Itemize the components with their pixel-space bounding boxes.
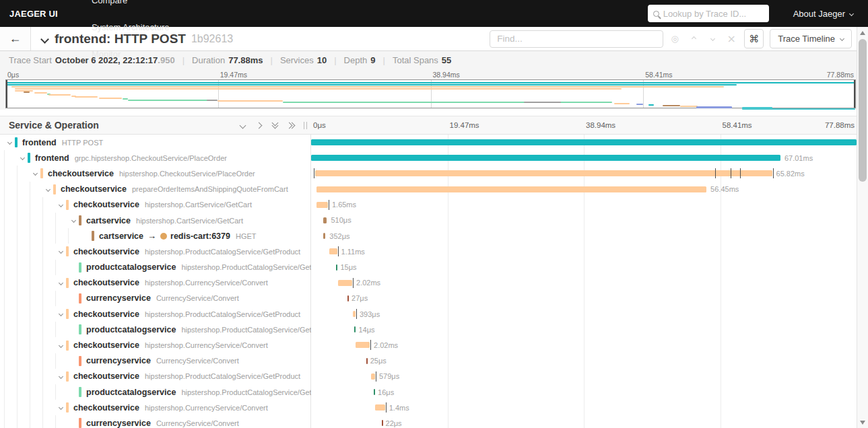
span-bar-row[interactable]: 2.02ms: [311, 337, 857, 353]
span-collapse-chevron[interactable]: [42, 188, 53, 191]
span-duration-bar[interactable]: [336, 264, 337, 271]
span-duration-bar[interactable]: [366, 358, 368, 364]
indent-guide: [30, 275, 42, 291]
span-bar-row[interactable]: 15μs: [311, 260, 857, 275]
span-duration-bar[interactable]: [329, 248, 337, 254]
span-tree-row[interactable]: checkoutservicehipstershop.ProductCatalo…: [0, 306, 310, 322]
clear-search-icon[interactable]: ×: [727, 34, 736, 44]
span-duration-bar[interactable]: [382, 420, 383, 426]
collapse-all-icon[interactable]: [273, 122, 277, 128]
span-tree-row[interactable]: frontendgrpc.hipstershop.CheckoutService…: [0, 150, 310, 166]
span-collapse-chevron[interactable]: [4, 141, 15, 144]
prev-match-icon[interactable]: [689, 34, 698, 44]
next-match-icon[interactable]: [708, 34, 717, 44]
span-bar-row[interactable]: [311, 135, 857, 150]
span-collapse-chevron[interactable]: [55, 250, 66, 253]
span-bar-row[interactable]: 579μs: [311, 369, 857, 384]
span-bar-row[interactable]: 1.11ms: [311, 244, 857, 259]
span-collapse-chevron[interactable]: [17, 156, 28, 159]
span-duration-bar[interactable]: [323, 217, 327, 223]
trace-lookup-input[interactable]: [663, 9, 758, 19]
span-duration-bar[interactable]: [323, 233, 326, 239]
span-bar-row[interactable]: 56.45ms: [311, 182, 857, 197]
span-tree-row[interactable]: checkoutservicehipstershop.ProductCatalo…: [0, 369, 310, 384]
span-duration-bar[interactable]: [311, 155, 780, 161]
nav-item-monitor[interactable]: Monitor: [75, 40, 186, 67]
span-tree-row[interactable]: checkoutservicehipstershop.CurrencyServi…: [0, 337, 310, 353]
span-tree-row[interactable]: productcatalogservicehipstershop.Product…: [0, 384, 310, 400]
scrollbar-thumb[interactable]: [859, 39, 867, 182]
keyboard-shortcuts-button[interactable]: ⌘: [744, 29, 764, 48]
expand-all-icon[interactable]: [289, 123, 294, 128]
app-logo[interactable]: JAEGER UI: [0, 9, 75, 19]
find-input[interactable]: [490, 34, 663, 44]
span-tree-row[interactable]: cartservicehipstershop.CartService/GetCa…: [0, 213, 310, 228]
span-bar-row[interactable]: 510μs: [311, 213, 857, 228]
indent-guide: [17, 244, 30, 259]
span-tree-row[interactable]: productcatalogservicehipstershop.Product…: [0, 260, 310, 275]
span-tree-row[interactable]: checkoutservicehipstershop.ProductCatalo…: [0, 244, 310, 259]
span-tree-row[interactable]: checkoutserviceprepareOrderItemsAndShipp…: [0, 182, 310, 197]
span-duration-bar[interactable]: [374, 389, 375, 395]
span-duration-bar[interactable]: [375, 404, 385, 411]
match-target-icon[interactable]: ◎: [670, 34, 679, 44]
span-duration-bar[interactable]: [315, 170, 772, 176]
span-bar-row[interactable]: 2.02ms: [311, 275, 857, 291]
span-tree-row[interactable]: currencyserviceCurrencyService/Convert: [0, 415, 310, 428]
span-duration-bar[interactable]: [356, 342, 370, 348]
minimap-canvas[interactable]: [5, 79, 856, 108]
span-duration-bar[interactable]: [354, 326, 356, 332]
span-tree-row[interactable]: currencyserviceCurrencyService/Convert: [0, 291, 310, 306]
span-bar-row[interactable]: 16μs: [311, 384, 857, 400]
span-collapse-chevron[interactable]: [55, 203, 66, 207]
span-collapse-chevron[interactable]: [55, 312, 66, 316]
about-jaeger-menu[interactable]: About Jaeger: [793, 9, 853, 19]
collapse-trace-detail-button[interactable]: [42, 33, 48, 45]
span-bar-row[interactable]: 14μs: [311, 322, 857, 337]
column-resize-grip[interactable]: [304, 122, 307, 129]
span-duration-bar[interactable]: [338, 280, 352, 286]
span-collapse-chevron[interactable]: [55, 281, 66, 285]
span-collapse-chevron[interactable]: [55, 344, 66, 347]
expand-one-icon[interactable]: [257, 123, 261, 128]
range-scrubber-left[interactable]: [6, 80, 7, 108]
span-tree-row[interactable]: cartservice→redis-cart:6379HGET: [0, 228, 310, 244]
nav-item-system-architecture[interactable]: System Architecture: [75, 13, 186, 40]
span-duration-bar[interactable]: [371, 373, 375, 380]
span-collapse-chevron[interactable]: [55, 406, 66, 409]
trace-view-selector[interactable]: Trace Timeline: [770, 29, 852, 48]
range-scrubber-right[interactable]: [854, 80, 855, 108]
span-tree-row[interactable]: checkoutservicehipstershop.CheckoutServi…: [0, 166, 310, 181]
span-bar-row[interactable]: 352μs: [311, 228, 857, 244]
span-bar-row[interactable]: 22μs: [311, 415, 857, 428]
span-bar-row[interactable]: 67.01ms: [311, 150, 857, 166]
span-tree-row[interactable]: currencyserviceCurrencyService/Convert: [0, 353, 310, 369]
minimap-span-segment: [696, 106, 732, 108]
span-tree-row[interactable]: productcatalogservicehipstershop.Product…: [0, 322, 310, 337]
span-bar-row[interactable]: 1.65ms: [311, 197, 857, 213]
span-collapse-chevron[interactable]: [30, 172, 40, 175]
span-bar-row[interactable]: 25μs: [311, 353, 857, 369]
span-bar-row[interactable]: 65.82ms: [311, 166, 857, 181]
span-collapse-chevron[interactable]: [55, 375, 66, 378]
span-bar-row[interactable]: 27μs: [311, 291, 857, 306]
span-duration-bar[interactable]: [353, 311, 356, 317]
vertical-scrollbar[interactable]: [857, 27, 868, 428]
collapse-one-icon[interactable]: [240, 123, 245, 128]
scroll-up-icon[interactable]: [860, 31, 865, 35]
span-tree-row[interactable]: checkoutservicehipstershop.CurrencyServi…: [0, 275, 310, 291]
span-bar-row[interactable]: 393μs: [311, 306, 857, 322]
back-button[interactable]: ←: [0, 27, 31, 50]
span-duration-bar[interactable]: [347, 295, 349, 301]
span-duration-bar[interactable]: [316, 202, 328, 208]
span-tree-row[interactable]: checkoutservicehipstershop.CurrencyServi…: [0, 400, 310, 415]
span-collapse-chevron[interactable]: [68, 219, 79, 222]
span-tree-row[interactable]: checkoutservicehipstershop.CartService/G…: [0, 197, 310, 213]
nav-item-compare[interactable]: Compare: [75, 0, 186, 13]
span-duration-bar[interactable]: [316, 186, 706, 192]
span-bar-row[interactable]: 1.4ms: [311, 400, 857, 415]
span-tree-row[interactable]: frontendHTTP POST: [0, 135, 310, 150]
span-duration-bar[interactable]: [311, 139, 857, 145]
indent-guide: [30, 291, 42, 306]
scroll-down-icon[interactable]: [860, 421, 865, 425]
